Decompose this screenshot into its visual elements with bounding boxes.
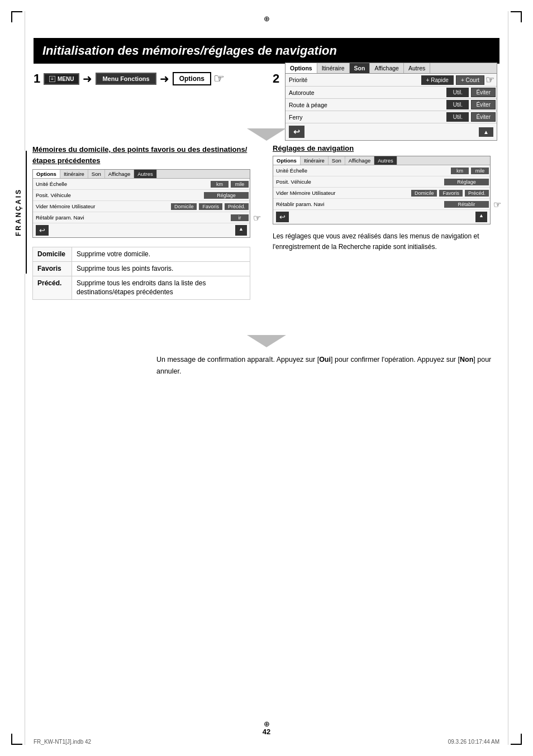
menu-box: ≡ MENU <box>44 73 79 85</box>
tab-affichage-step2[interactable]: Affichage <box>370 63 404 73</box>
btn-favoris-right[interactable]: Favoris <box>439 190 463 197</box>
btn-eviter-peage[interactable]: Éviter <box>471 100 496 109</box>
label-ferry: Ferry <box>285 113 445 122</box>
info-val-favoris: Supprime tous les points favoris. <box>72 261 250 276</box>
border-line-right <box>508 11 508 745</box>
nav-screen-step2: Options Itinéraire Son Affichage Autres … <box>285 63 497 141</box>
confirmation-text-pre: Un message de confirmation apparaît. App… <box>156 356 319 363</box>
info-row-favoris: Favoris Supprime tous les points favoris… <box>33 261 250 276</box>
options-box: Options <box>173 72 211 85</box>
row-unite-left: Unité Échelle km mile <box>33 179 250 190</box>
row-posit-right: Posit. Véhicule Réglage <box>273 176 490 188</box>
btn-preced-right[interactable]: Précéd. <box>465 190 489 197</box>
hand-left-icon: ☞ <box>253 213 261 223</box>
arrow-connector-middle <box>247 335 286 347</box>
btn-util-autoroute[interactable]: Util. <box>446 88 469 97</box>
tab-itineraire-left[interactable]: Itinéraire <box>60 170 88 178</box>
corner-mark-br <box>511 734 522 745</box>
corner-mark-tr <box>511 11 522 22</box>
step1-container: 1 ≡ MENU ➜ Menu Fonctions ➜ Options ☞ <box>34 71 225 86</box>
tab-son-right[interactable]: Son <box>329 156 345 165</box>
tab-affichage-right[interactable]: Affichage <box>345 156 374 165</box>
btn-km-left[interactable]: km <box>211 181 229 188</box>
menu-label: MENU <box>58 76 74 82</box>
menu-icon: ≡ <box>49 76 55 82</box>
bot-left: ↩ ▲ <box>33 223 250 237</box>
options-label: Options <box>179 75 204 83</box>
row-retablir-left: Rétablir param. Navi ir ☞ <box>33 212 250 223</box>
btn-rapide[interactable]: + Rapide <box>421 75 454 85</box>
btn-favoris-left[interactable]: Favoris <box>199 203 222 210</box>
hand2-icon: ☞ <box>486 74 494 86</box>
btn-eviter-autoroute[interactable]: Éviter <box>471 88 496 97</box>
lbl-unite-right: Unité Échelle <box>273 167 450 174</box>
back-left[interactable]: ↩ <box>36 225 49 236</box>
info-row-preced: Précéd. Supprime tous les endroits dans … <box>33 276 250 300</box>
row-ferry: Ferry Util. Éviter <box>285 111 497 123</box>
btn-ir-left[interactable]: ir <box>231 214 249 221</box>
row-vider-right: Vider Mémoire Utilisateur Domicile Favor… <box>273 188 490 199</box>
btn-util-ferry[interactable]: Util. <box>446 112 469 122</box>
tab-row-right: Options Itinéraire Son Affichage Autres <box>273 156 490 165</box>
tab-affichage-left[interactable]: Affichage <box>105 170 134 178</box>
row-retablir-right: Rétablir param. Navi Rétablir ☞ <box>273 199 490 210</box>
lbl-retablir-right: Rétablir param. Navi <box>273 200 443 208</box>
navi-left[interactable]: ▲ <box>235 225 247 236</box>
back-btn-step2[interactable]: ↩ <box>289 126 304 138</box>
btn-domicile-right[interactable]: Domicile <box>411 190 437 197</box>
crosshair-top: ⊕ <box>264 15 270 23</box>
btn-domicile-left[interactable]: Domicile <box>171 203 197 210</box>
row-autoroute: Autoroute Util. Éviter <box>285 87 497 99</box>
confirmation-non: Non <box>460 356 473 363</box>
title-banner: Initialisation des mémoires/réglages de … <box>34 38 499 64</box>
lbl-retablir-left: Rétablir param. Navi <box>33 214 230 221</box>
back-right[interactable]: ↩ <box>276 212 289 222</box>
btn-preced-left[interactable]: Précéd. <box>225 203 249 210</box>
btn-reglage-right[interactable]: Réglage <box>444 179 489 185</box>
right-description: Les réglages que vous avez réalisés dans… <box>273 231 491 252</box>
tab-options-right[interactable]: Options <box>273 156 301 165</box>
tab-autres-right[interactable]: Autres <box>374 156 397 165</box>
navi-btn-step2[interactable]: ▲ <box>479 127 493 137</box>
footer-left: FR_KW-NT1[J].indb 42 <box>34 739 91 745</box>
lbl-posit-left: Posit. Véhicule <box>33 192 203 199</box>
info-row-domicile: Domicile Supprime votre domicile. <box>33 247 250 262</box>
btn-court[interactable]: + Court <box>456 75 484 85</box>
confirmation-oui: Oui <box>319 356 331 363</box>
btn-mile-left[interactable]: mile <box>231 181 249 188</box>
lbl-vider-left: Vider Mémoire Utilisateur <box>33 203 170 210</box>
tab-row-step2: Options Itinéraire Son Affichage Autres <box>285 63 497 74</box>
tab-autres-step2[interactable]: Autres <box>404 63 430 73</box>
btn-km-right[interactable]: km <box>451 168 469 174</box>
nav-mini-right: Options Itinéraire Son Affichage Autres … <box>273 156 491 224</box>
btn-retablir-right[interactable]: Rétablir <box>444 201 489 208</box>
bottom-row-step2: ↩ ▲ <box>285 123 497 140</box>
tab-options-step2[interactable]: Options <box>285 63 317 73</box>
tab-autres-left[interactable]: Autres <box>134 170 156 178</box>
menu-fonctions-label: Menu Fonctions <box>102 75 149 82</box>
row-posit-left: Posit. Véhicule Réglage <box>33 190 250 201</box>
tab-son-left[interactable]: Son <box>88 170 105 178</box>
btn-util-peage[interactable]: Util. <box>446 100 469 109</box>
footer-right: 09.3.26 10:17:44 AM <box>448 739 499 745</box>
label-peage: Route à péage <box>285 101 445 109</box>
tab-son-step2[interactable]: Son <box>350 63 370 73</box>
tab-options-left[interactable]: Options <box>33 170 60 178</box>
btn-mile-right[interactable]: mile <box>471 168 489 174</box>
btn-eviter-ferry[interactable]: Éviter <box>471 112 496 122</box>
row-vider-left: Vider Mémoire Utilisateur Domicile Favor… <box>33 201 250 212</box>
row-peage: Route à péage Util. Éviter <box>285 99 497 111</box>
tab-itineraire-step2[interactable]: Itinéraire <box>317 63 350 73</box>
right-section-title: Réglages de navigation <box>273 144 491 152</box>
lbl-unite-left: Unité Échelle <box>33 180 210 188</box>
btn-reglage-left[interactable]: Réglage <box>204 192 249 199</box>
row-priorite: Priorité + Rapide + Court ☞ <box>285 74 497 87</box>
arrow2: ➜ <box>160 72 169 85</box>
tab-itineraire-right[interactable]: Itinéraire <box>301 156 329 165</box>
label-autoroute: Autoroute <box>285 88 445 97</box>
confirmation-text-mid: ] pour confirmer l'opération. Appuyez su… <box>331 356 460 363</box>
francais-sidebar: FRANÇAIS <box>11 151 27 274</box>
nav-mini-left: Options Itinéraire Son Affichage Autres … <box>32 169 250 238</box>
right-section: Réglages de navigation Options Itinérair… <box>273 144 491 252</box>
navi-right[interactable]: ▲ <box>475 212 487 222</box>
